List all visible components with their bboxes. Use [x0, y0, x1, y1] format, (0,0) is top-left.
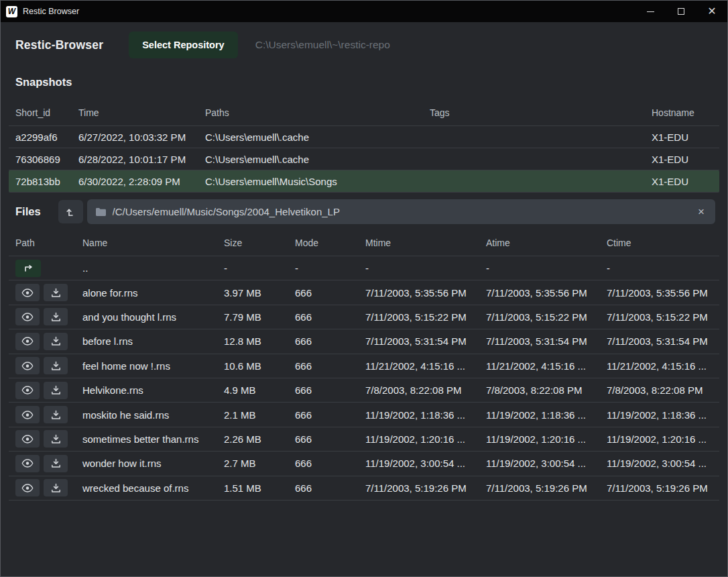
snapshot-row[interactable]: a2299af6 6/27/2022, 10:03:32 PM C:\Users…: [9, 126, 719, 148]
preview-file-button[interactable]: [15, 308, 40, 325]
file-ctime: 7/11/2003, 5:19:26 PM: [600, 482, 719, 494]
col-paths: Paths: [198, 107, 423, 118]
restore-file-button[interactable]: [44, 284, 68, 301]
file-mtime: 7/11/2003, 5:19:26 PM: [359, 482, 479, 494]
file-row[interactable]: sometimes better than.rns 2.26 MB 666 11…: [9, 427, 719, 452]
preview-file-button[interactable]: [15, 357, 40, 374]
file-size: 4.9 MB: [217, 384, 288, 396]
file-name: moskito he said.rns: [76, 409, 217, 421]
maximize-icon: [678, 8, 684, 15]
restore-file-button[interactable]: [44, 382, 68, 399]
snapshot-row[interactable]: 72b813bb 6/30/2022, 2:28:09 PM C:\Users\…: [9, 170, 719, 193]
close-button[interactable]: ✕: [696, 1, 727, 22]
clear-icon: ×: [698, 205, 705, 218]
restore-file-button[interactable]: [44, 430, 68, 448]
file-ctime: 7/8/2003, 8:22:08 PM: [600, 384, 719, 396]
preview-file-button[interactable]: [15, 382, 40, 399]
file-atime: 7/11/2003, 5:19:26 PM: [479, 482, 600, 494]
maximize-button[interactable]: [666, 1, 696, 22]
eye-icon: [21, 484, 34, 492]
snapshot-short-id: 72b813bb: [9, 176, 72, 187]
restore-file-button[interactable]: [44, 479, 68, 496]
file-ctime: 11/21/2002, 4:15:16 ...: [600, 360, 719, 372]
snapshots-table: Short_id Time Paths Tags Hostname a2299a…: [9, 99, 719, 193]
file-atime: 11/19/2002, 1:20:16 ...: [479, 433, 600, 445]
snapshot-paths: C:\Users\emuell\Music\Songs: [198, 176, 423, 187]
file-row[interactable]: Helvikone.rns 4.9 MB 666 7/8/2003, 8:22:…: [9, 378, 719, 403]
go-parent-button[interactable]: [15, 260, 41, 277]
file-size: 2.1 MB: [217, 409, 288, 421]
preview-file-button[interactable]: [15, 430, 40, 448]
file-atime: 7/11/2003, 5:31:54 PM: [479, 335, 600, 347]
app-window: W Restic Browser ✕ Restic-Browser Select…: [0, 0, 728, 577]
preview-file-button[interactable]: [15, 406, 40, 423]
snapshot-hostname: X1-EDU: [645, 154, 719, 165]
wails-logo-icon: W: [6, 6, 17, 17]
preview-file-button[interactable]: [15, 455, 40, 472]
file-row[interactable]: moskito he said.rns 2.1 MB 666 11/19/200…: [9, 403, 719, 427]
file-row[interactable]: before l.rns 12.8 MB 666 7/11/2003, 5:31…: [9, 329, 719, 354]
download-icon: [51, 410, 61, 420]
eye-icon: [21, 386, 34, 395]
preview-file-button[interactable]: [15, 284, 40, 301]
file-name: and you thought l.rns: [76, 311, 217, 323]
col-atime: Atime: [479, 238, 600, 248]
file-name: wrecked because of.rns: [76, 482, 217, 494]
file-mode: 666: [288, 287, 359, 299]
file-mtime: 11/21/2002, 4:15:16 ...: [359, 360, 479, 372]
file-row[interactable]: wrecked because of.rns 1.51 MB 666 7/11/…: [9, 476, 719, 501]
restore-file-button[interactable]: [44, 308, 68, 325]
file-ctime: 11/19/2002, 1:18:36 ...: [600, 409, 719, 421]
download-icon: [51, 288, 61, 298]
file-mtime: 11/19/2002, 1:18:36 ...: [359, 409, 479, 421]
file-ctime: 7/11/2003, 5:35:56 PM: [600, 287, 719, 299]
app-title: Restic-Browser: [15, 38, 103, 52]
snapshot-hostname: X1-EDU: [645, 176, 719, 187]
preview-file-button[interactable]: [15, 479, 40, 496]
file-size: 7.79 MB: [217, 311, 288, 323]
file-ctime: 7/11/2003, 5:15:22 PM: [600, 311, 719, 323]
snapshot-row[interactable]: 76306869 6/28/2022, 10:01:17 PM C:\Users…: [9, 148, 719, 170]
file-size: -: [217, 262, 288, 274]
col-name: Name: [76, 238, 217, 248]
file-path-input[interactable]: /C/Users/emuell/Music/Songs/2004_Helveti…: [87, 199, 715, 224]
clear-path-button[interactable]: ×: [695, 205, 707, 219]
file-mode: 666: [288, 433, 359, 445]
close-icon: ✕: [707, 6, 716, 17]
col-mode: Mode: [288, 238, 359, 248]
download-icon: [51, 458, 61, 468]
minimize-button[interactable]: [635, 1, 666, 22]
file-name: sometimes better than.rns: [76, 433, 217, 445]
select-repository-button[interactable]: Select Repository: [129, 32, 238, 58]
file-row[interactable]: alone for.rns 3.97 MB 666 7/11/2003, 5:3…: [9, 280, 719, 305]
file-row[interactable]: feel home now !.rns 10.6 MB 666 11/21/20…: [9, 354, 719, 378]
snapshots-section-title: Snapshots: [1, 66, 727, 99]
file-mtime: 7/11/2003, 5:15:22 PM: [359, 311, 479, 323]
file-name: Helvikone.rns: [76, 384, 217, 396]
snapshots-table-header: Short_id Time Paths Tags Hostname: [9, 99, 719, 126]
preview-file-button[interactable]: [15, 333, 40, 350]
snapshot-time: 6/27/2022, 10:03:32 PM: [72, 132, 198, 143]
file-row[interactable]: wonder how it.rns 2.7 MB 666 11/19/2002,…: [9, 452, 719, 476]
file-mode: 666: [288, 409, 359, 421]
col-path: Path: [9, 238, 76, 248]
restore-file-button[interactable]: [44, 406, 68, 423]
level-up-button[interactable]: [58, 200, 83, 223]
file-mode: 666: [288, 335, 359, 347]
restore-file-button[interactable]: [44, 333, 68, 350]
minimize-icon: [647, 11, 654, 12]
restore-file-button[interactable]: [44, 455, 68, 472]
parent-dir-row[interactable]: .. - - - - -: [9, 256, 719, 280]
file-name: alone for.rns: [76, 287, 217, 299]
folder-icon: [95, 207, 107, 217]
download-icon: [51, 483, 61, 493]
eye-icon: [21, 459, 34, 468]
file-path-text: /C/Users/emuell/Music/Songs/2004_Helveti…: [113, 206, 695, 217]
file-name: feel home now !.rns: [76, 360, 217, 372]
file-atime: 7/8/2003, 8:22:08 PM: [479, 384, 600, 396]
download-icon: [51, 312, 61, 322]
restore-file-button[interactable]: [44, 357, 68, 374]
file-row[interactable]: and you thought l.rns 7.79 MB 666 7/11/2…: [9, 305, 719, 329]
col-short-id: Short_id: [9, 107, 72, 118]
eye-icon: [21, 362, 34, 370]
